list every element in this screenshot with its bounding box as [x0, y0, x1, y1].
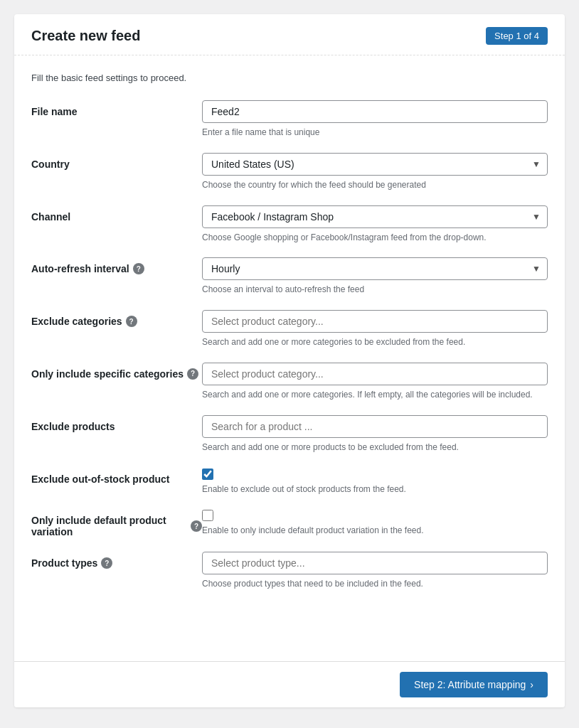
- exclude-categories-input[interactable]: [202, 310, 548, 333]
- auto-refresh-help-icon[interactable]: ?: [133, 263, 144, 274]
- page-footer: Step 2: Attribute mapping ›: [14, 661, 565, 707]
- page-title: Create new feed: [31, 28, 140, 44]
- auto-refresh-label: Auto-refresh interval ?: [31, 257, 202, 274]
- file-name-row: File name Enter a file name that is uniq…: [31, 100, 548, 139]
- default-variation-help-icon[interactable]: ?: [191, 520, 202, 532]
- auto-refresh-row: Auto-refresh interval ? Hourly Daily Wee…: [31, 257, 548, 296]
- chevron-right-icon: ›: [530, 679, 533, 690]
- country-select[interactable]: United States (US) United Kingdom (UK) C…: [202, 153, 548, 176]
- include-categories-input[interactable]: [202, 363, 548, 385]
- product-types-input[interactable]: [202, 552, 548, 574]
- channel-row: Channel Facebook / Instagram Shop Google…: [31, 205, 548, 244]
- auto-refresh-hint: Choose an interval to auto-refresh the f…: [202, 284, 548, 296]
- exclude-products-label: Exclude products: [31, 415, 202, 432]
- include-categories-label: Only include specific categories ?: [31, 363, 202, 380]
- file-name-input[interactable]: [202, 100, 548, 123]
- page-wrapper: Create new feed Step 1 of 4 Fill the bas…: [14, 14, 565, 707]
- country-label: Country: [31, 153, 202, 170]
- exclude-out-of-stock-hint: Enable to exclude out of stock products …: [202, 483, 548, 496]
- exclude-categories-label: Exclude categories ?: [31, 310, 202, 327]
- include-categories-hint: Search and add one or more categories. I…: [202, 389, 548, 401]
- file-name-label: File name: [31, 100, 202, 117]
- next-step-button[interactable]: Step 2: Attribute mapping ›: [400, 672, 548, 697]
- file-name-field: Enter a file name that is unique: [202, 100, 548, 139]
- default-variation-label: Only include default product variation ?: [31, 509, 202, 537]
- exclude-out-of-stock-checkbox-row: [202, 468, 548, 480]
- default-variation-row: Only include default product variation ?…: [31, 509, 548, 537]
- include-categories-field: Search and add one or more categories. I…: [202, 363, 548, 401]
- next-step-label: Step 2: Attribute mapping: [414, 679, 526, 690]
- exclude-out-of-stock-row: Exclude out-of-stock product Enable to e…: [31, 468, 548, 496]
- exclude-out-of-stock-field: Enable to exclude out of stock products …: [202, 468, 548, 496]
- default-variation-checkbox[interactable]: [202, 510, 213, 521]
- country-row: Country United States (US) United Kingdo…: [31, 153, 548, 191]
- exclude-products-hint: Search and add one or more products to b…: [202, 441, 548, 454]
- product-types-hint: Choose product types that need to be inc…: [202, 578, 548, 590]
- country-hint: Choose the country for which the feed sh…: [202, 179, 548, 191]
- auto-refresh-select-wrapper: Hourly Daily Weekly ▼: [202, 257, 548, 280]
- channel-select[interactable]: Facebook / Instagram Shop Google Shoppin…: [202, 205, 548, 228]
- subtitle: Fill the basic feed settings to proceed.: [31, 73, 548, 83]
- default-variation-field: Enable to only include default product v…: [202, 509, 548, 537]
- exclude-out-of-stock-label: Exclude out-of-stock product: [31, 468, 202, 485]
- product-types-help-icon[interactable]: ?: [101, 557, 112, 569]
- product-types-field: Choose product types that need to be inc…: [202, 552, 548, 590]
- step-badge: Step 1 of 4: [486, 27, 548, 45]
- channel-hint: Choose Google shopping or Facebook/Insta…: [202, 232, 548, 244]
- country-select-wrapper: United States (US) United Kingdom (UK) C…: [202, 153, 548, 176]
- product-types-label: Product types ?: [31, 552, 202, 569]
- auto-refresh-field: Hourly Daily Weekly ▼ Choose an interval…: [202, 257, 548, 296]
- include-categories-row: Only include specific categories ? Searc…: [31, 363, 548, 401]
- product-types-row: Product types ? Choose product types tha…: [31, 552, 548, 590]
- page-header: Create new feed Step 1 of 4: [14, 14, 565, 55]
- exclude-products-input[interactable]: [202, 415, 548, 438]
- include-categories-help-icon[interactable]: ?: [187, 368, 198, 380]
- exclude-categories-field: Search and add one or more categories to…: [202, 310, 548, 348]
- exclude-categories-row: Exclude categories ? Search and add one …: [31, 310, 548, 348]
- country-field: United States (US) United Kingdom (UK) C…: [202, 153, 548, 191]
- file-name-hint: Enter a file name that is unique: [202, 127, 548, 139]
- default-variation-hint: Enable to only include default product v…: [202, 525, 548, 537]
- exclude-out-of-stock-checkbox[interactable]: [202, 469, 213, 480]
- channel-field: Facebook / Instagram Shop Google Shoppin…: [202, 205, 548, 244]
- exclude-categories-hint: Search and add one or more categories to…: [202, 336, 548, 348]
- page-body: Fill the basic feed settings to proceed.…: [14, 55, 565, 661]
- exclude-products-row: Exclude products Search and add one or m…: [31, 415, 548, 454]
- channel-select-wrapper: Facebook / Instagram Shop Google Shoppin…: [202, 205, 548, 228]
- auto-refresh-select[interactable]: Hourly Daily Weekly: [202, 257, 548, 280]
- exclude-categories-help-icon[interactable]: ?: [126, 316, 137, 327]
- default-variation-checkbox-row: [202, 509, 548, 521]
- channel-label: Channel: [31, 205, 202, 223]
- exclude-products-field: Search and add one or more products to b…: [202, 415, 548, 454]
